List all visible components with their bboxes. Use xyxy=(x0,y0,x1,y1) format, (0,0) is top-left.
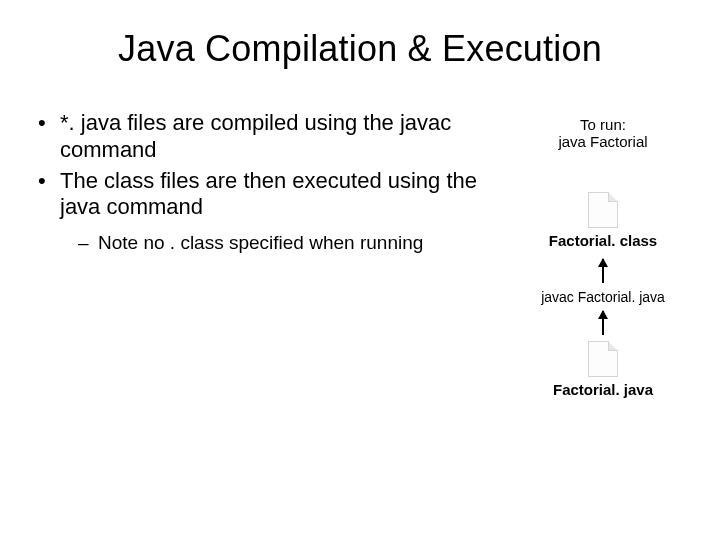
java-file-label: Factorial. java xyxy=(514,381,692,398)
run-label-line2: java Factorial xyxy=(514,133,692,150)
compile-command-label: javac Factorial. java xyxy=(514,289,692,305)
slide-title: Java Compilation & Execution xyxy=(0,0,720,110)
bullet-column: *. java files are compiled using the jav… xyxy=(38,110,514,408)
file-icon xyxy=(588,192,618,228)
diagram-column: To run: java Factorial Factorial. class … xyxy=(514,110,692,408)
arrow-up-icon xyxy=(602,259,604,283)
file-icon xyxy=(588,341,618,377)
class-file-label: Factorial. class xyxy=(514,232,692,249)
run-label-line1: To run: xyxy=(514,116,692,133)
arrow-up-icon xyxy=(602,311,604,335)
bullet-item: The class files are then executed using … xyxy=(38,168,490,222)
sub-bullet-item: Note no . class specified when running xyxy=(38,231,490,255)
slide-body: *. java files are compiled using the jav… xyxy=(0,110,720,408)
run-instruction: To run: java Factorial xyxy=(514,116,692,150)
bullet-item: *. java files are compiled using the jav… xyxy=(38,110,490,164)
